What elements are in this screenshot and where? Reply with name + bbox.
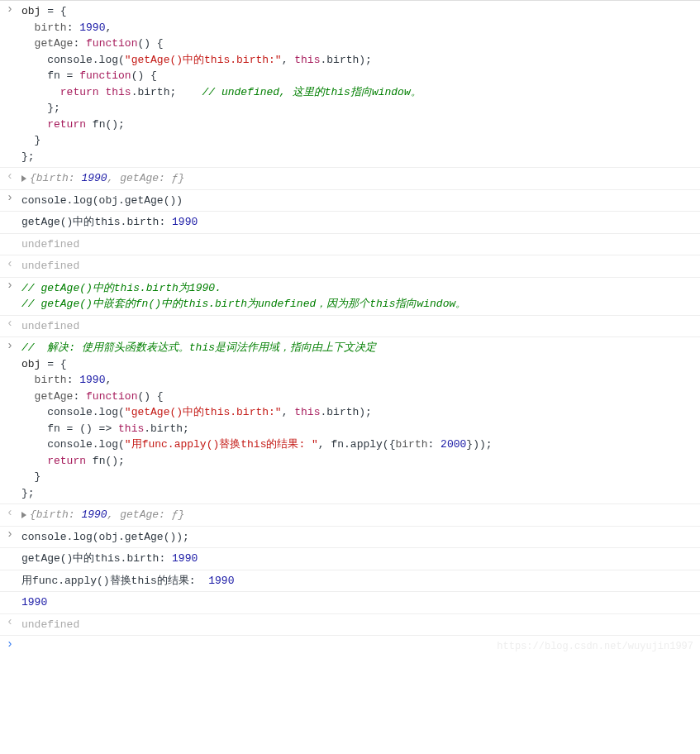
log-message: 用func.apply()替换this的结果: 1990 bbox=[21, 573, 697, 589]
log-icon bbox=[5, 215, 15, 225]
console-prompt[interactable]: https://blog.csdn.net/wuyujin1997 bbox=[0, 635, 700, 651]
console-entry: console.log(obj.getAge()) bbox=[0, 189, 700, 212]
console-entry: 用func.apply()替换this的结果: 1990 bbox=[0, 570, 700, 592]
console-entry: {birth: 1990, getAge: ƒ} bbox=[0, 167, 700, 189]
output-icon bbox=[5, 618, 15, 628]
prompt-icon bbox=[5, 639, 15, 649]
input-code: // 解决: 使用箭头函数表达式。this是词法作用域，指向由上下文决定obj … bbox=[21, 340, 697, 501]
output-icon bbox=[5, 319, 15, 329]
input-code: console.log(obj.getAge()); bbox=[21, 529, 697, 546]
output-object: {birth: 1990, getAge: ƒ} bbox=[21, 170, 697, 187]
object-preview[interactable]: {birth: 1990, getAge: ƒ} bbox=[30, 172, 184, 184]
input-code: console.log(obj.getAge()) bbox=[21, 193, 697, 209]
console-entry: console.log(obj.getAge()); bbox=[0, 526, 700, 548]
log-message: 1990 bbox=[21, 594, 697, 611]
output-undefined: undefined bbox=[21, 258, 697, 274]
console-entry: // getAge()中的this.birth为1990.// getAge()… bbox=[0, 277, 700, 315]
console-entry: undefined bbox=[0, 613, 700, 636]
console-panel: obj = { birth: 1990, getAge: function() … bbox=[0, 0, 700, 651]
input-icon bbox=[5, 281, 15, 291]
input-icon bbox=[5, 341, 15, 351]
console-entry: obj = { birth: 1990, getAge: function() … bbox=[0, 0, 700, 167]
watermark-text: https://blog.csdn.net/wuyujin1997 bbox=[497, 639, 693, 651]
output-icon bbox=[5, 171, 15, 181]
console-entry: 1990 bbox=[0, 591, 700, 613]
log-message: undefined bbox=[21, 236, 697, 253]
log-icon bbox=[5, 595, 15, 605]
expand-triangle-icon[interactable] bbox=[21, 512, 26, 518]
output-undefined: undefined bbox=[21, 318, 697, 335]
output-icon bbox=[5, 259, 15, 269]
input-icon bbox=[5, 530, 15, 540]
input-icon bbox=[5, 193, 15, 203]
input-code: obj = { birth: 1990, getAge: function() … bbox=[21, 3, 697, 165]
object-preview[interactable]: {birth: 1990, getAge: ƒ} bbox=[30, 508, 184, 521]
log-icon bbox=[5, 551, 15, 561]
log-icon bbox=[5, 237, 15, 247]
output-object: {birth: 1990, getAge: ƒ} bbox=[21, 507, 697, 523]
log-message: getAge()中的this.birth: 1990 bbox=[21, 551, 697, 567]
log-icon bbox=[5, 574, 15, 584]
console-entry: getAge()中的this.birth: 1990 bbox=[0, 211, 700, 233]
console-entry: undefined bbox=[0, 315, 700, 337]
input-code: // getAge()中的this.birth为1990.// getAge()… bbox=[21, 280, 697, 313]
output-icon bbox=[5, 508, 15, 518]
console-entry: {birth: 1990, getAge: ƒ} bbox=[0, 503, 700, 526]
expand-triangle-icon[interactable] bbox=[21, 175, 26, 182]
input-icon bbox=[5, 4, 15, 14]
console-entry: // 解决: 使用箭头函数表达式。this是词法作用域，指向由上下文决定obj … bbox=[0, 336, 700, 503]
log-message: getAge()中的this.birth: 1990 bbox=[21, 214, 697, 231]
console-entry: getAge()中的this.birth: 1990 bbox=[0, 547, 700, 570]
console-entry: undefined bbox=[0, 233, 700, 255]
console-entry: undefined bbox=[0, 255, 700, 277]
output-undefined: undefined bbox=[21, 617, 697, 633]
